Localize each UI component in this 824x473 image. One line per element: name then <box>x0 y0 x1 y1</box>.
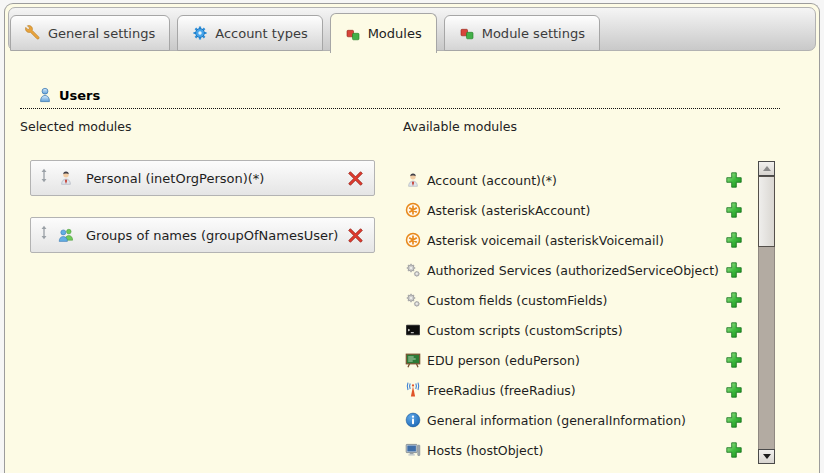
gears-icon <box>405 262 421 278</box>
available-module-row: General information (generalInformation) <box>405 405 743 435</box>
available-module-label: Custom fields (customFields) <box>427 293 607 308</box>
person-icon <box>58 170 74 186</box>
available-module-label: Account (account)(*) <box>427 173 557 188</box>
available-module-row: Asterisk voicemail (asteriskVoicemail) <box>405 225 743 255</box>
tab-bar: General settings Account types Modules M… <box>10 13 600 53</box>
gears-icon <box>405 292 421 308</box>
tab-label: General settings <box>48 26 155 41</box>
available-module-label: FreeRadius (freeRadius) <box>427 383 576 398</box>
wrench-icon <box>25 25 41 41</box>
tab[interactable]: General settings <box>10 15 170 51</box>
move-handle-icon[interactable] <box>39 168 49 183</box>
selected-module-item[interactable]: Groups of names (groupOfNamesUser) <box>30 217 375 253</box>
available-module-row: EDU person (eduPerson) <box>405 345 743 375</box>
tab[interactable]: Module settings <box>444 15 600 51</box>
add-module-button[interactable] <box>725 321 743 339</box>
scroll-up-arrow-icon <box>763 166 771 171</box>
available-modules-scrollbar <box>758 161 775 464</box>
chalkboard-icon <box>405 352 421 368</box>
available-module-row: Custom fields (customFields) <box>405 285 743 315</box>
remove-module-button[interactable] <box>347 227 364 244</box>
add-module-button[interactable] <box>725 381 743 399</box>
asterisk-icon <box>405 202 421 218</box>
selected-module-label: Groups of names (groupOfNamesUser) <box>86 228 347 243</box>
add-module-button[interactable] <box>725 291 743 309</box>
add-module-button[interactable] <box>725 231 743 249</box>
selected-modules-heading: Selected modules <box>20 119 132 134</box>
scrollbar-thumb[interactable] <box>758 176 775 247</box>
available-module-row: FreeRadius (freeRadius) <box>405 375 743 405</box>
group-icon <box>58 227 74 243</box>
tab-label: Module settings <box>482 26 585 41</box>
add-module-button[interactable] <box>725 261 743 279</box>
available-module-label: Authorized Services (authorizedServiceOb… <box>427 263 719 278</box>
available-modules-heading: Available modules <box>403 119 517 134</box>
terminal-icon <box>405 322 421 338</box>
scroll-down-arrow-icon <box>763 454 771 459</box>
configuration-panel: General settings Account types Modules M… <box>4 3 820 473</box>
scroll-down-button[interactable] <box>758 449 775 464</box>
add-module-button[interactable] <box>725 411 743 429</box>
section-title: Users <box>59 88 100 103</box>
person-icon <box>405 172 421 188</box>
info-icon <box>405 412 421 428</box>
available-module-row: Authorized Services (authorizedServiceOb… <box>405 255 743 285</box>
available-module-row: Hosts (hostObject) <box>405 435 743 465</box>
selected-modules-list: Personal (inetOrgPerson)(*) Groups of na… <box>30 160 375 253</box>
tab-label: Account types <box>215 26 307 41</box>
remove-module-button[interactable] <box>347 170 364 187</box>
tab[interactable]: Account types <box>177 15 322 51</box>
tab[interactable]: Modules <box>330 13 437 53</box>
tab-label: Modules <box>368 26 422 41</box>
account-types-icon <box>192 25 208 41</box>
selected-module-item[interactable]: Personal (inetOrgPerson)(*) <box>30 160 375 196</box>
available-module-row: Asterisk (asteriskAccount) <box>405 195 743 225</box>
available-module-row: Custom scripts (customScripts) <box>405 315 743 345</box>
module-settings-icon <box>459 25 475 41</box>
users-section-header: Users <box>20 87 780 109</box>
scrollbar-track[interactable] <box>758 176 775 449</box>
monitor-icon <box>405 442 421 458</box>
antenna-icon <box>405 382 421 398</box>
selected-module-label: Personal (inetOrgPerson)(*) <box>86 171 347 186</box>
user-icon <box>37 87 53 103</box>
asterisk-icon <box>405 232 421 248</box>
available-module-label: General information (generalInformation) <box>427 413 686 428</box>
add-module-button[interactable] <box>725 441 743 459</box>
available-module-label: Custom scripts (customScripts) <box>427 323 623 338</box>
available-modules-list: Account (account)(*) Asterisk (asteriskA… <box>405 165 743 465</box>
available-module-label: EDU person (eduPerson) <box>427 353 580 368</box>
available-module-row: Account (account)(*) <box>405 165 743 195</box>
lam-configuration-screen: General settings Account types Modules M… <box>0 0 824 473</box>
move-handle-icon[interactable] <box>39 225 49 240</box>
add-module-button[interactable] <box>725 171 743 189</box>
available-module-label: Asterisk (asteriskAccount) <box>427 203 590 218</box>
add-module-button[interactable] <box>725 351 743 369</box>
add-module-button[interactable] <box>725 201 743 219</box>
scroll-up-button[interactable] <box>758 161 775 176</box>
available-module-label: Asterisk voicemail (asteriskVoicemail) <box>427 233 664 248</box>
available-module-label: Hosts (hostObject) <box>427 443 543 458</box>
modules-icon <box>345 26 361 42</box>
